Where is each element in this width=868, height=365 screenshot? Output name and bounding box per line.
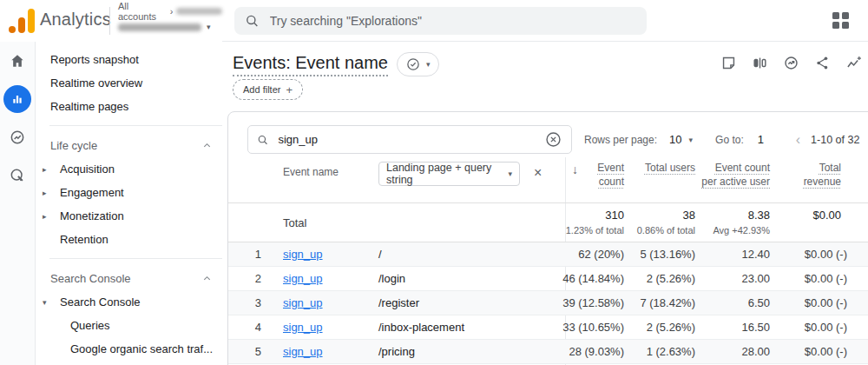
insights-icon[interactable] [783,55,799,71]
trends-explore-icon[interactable] [845,54,863,71]
column-header-event-count-per-active-user[interactable]: Event count per active user [697,161,770,189]
cell-revenue: $0.00 (-) [760,345,847,358]
check-circle-icon [405,56,421,72]
sidebar-item-google-organic-search-traf[interactable]: Google organic search traf... [36,337,222,361]
secondary-dimension-caret-icon: ▾ [508,170,512,178]
all-accounts-label: All accounts [118,1,167,22]
section-label: Search Console [50,272,131,285]
global-search-input[interactable] [268,13,636,29]
report-table-card: Rows per page: 10 ▾ Go to: ‹ 1-10 of 32 … [227,111,868,365]
sidebar-section-life-cycle[interactable]: Life cycle [36,134,222,157]
chevron-right-icon: ▸ [43,189,60,197]
sidebar-item-label: Realtime overview [50,76,142,90]
brand-title: Analytics [40,10,111,30]
table-row: 5sign_up/pricing28 (9.03%)1 (2.63%)28.00… [228,340,868,364]
secondary-dimension-value: Landing page + query string [386,162,508,186]
event-name-link[interactable]: sign_up [283,272,323,285]
event-name-link[interactable]: sign_up [283,345,323,358]
cell-count-per-user: 28.00 [683,345,770,358]
sidebar-item-engagement[interactable]: ▸Engagement [36,181,222,204]
rows-per-page-caret-icon[interactable]: ▾ [689,136,694,144]
rows-per-page-value[interactable]: 10 [669,133,681,146]
chevron-up-icon [202,274,212,283]
sidebar-item-label: Queries [70,319,110,332]
chevron-right-icon: ▸ [43,212,60,221]
sidebar-item-monetization[interactable]: ▸Monetization [36,204,222,228]
cell-total-users: 2 (5.26%) [608,272,695,285]
note-icon[interactable] [720,55,737,71]
sidebar-item-realtime-pages[interactable]: Realtime pages [36,95,222,118]
reports-icon[interactable] [0,80,35,118]
goto-label: Go to: [715,134,744,146]
chevron-right-icon: ▸ [43,165,60,174]
report-status-pill[interactable]: ▾ [397,52,439,76]
landing-page-value: /pricing [378,345,415,358]
explore-icon[interactable] [0,118,35,156]
secondary-dimension-select[interactable]: Landing page + query string ▾ [378,162,520,186]
total-label: Total [283,216,306,229]
column-header-event-count[interactable]: Event count [575,161,624,189]
total-revenue: $0.00 [754,209,841,222]
sidebar-item-label: Acquisition [60,163,115,176]
advertising-icon[interactable] [0,156,35,195]
report-actions [720,54,863,71]
report-header: Events: Event name ▾ Add filter + [222,42,868,111]
row-index: 2 [247,272,261,285]
nav-divider [49,258,222,259]
pill-caret-icon: ▾ [426,61,431,69]
sidebar-item-acquisition[interactable]: ▸Acquisition [36,157,222,181]
analytics-logo-icon [7,5,36,36]
plus-icon: + [286,83,293,96]
home-icon[interactable] [0,42,35,80]
total-users: 38 [608,209,695,222]
row-index: 5 [247,345,261,358]
table-search[interactable] [247,125,572,154]
event-name-link[interactable]: sign_up [283,321,323,334]
property-name-redacted [118,23,201,31]
sidebar-item-label: Reports snapshot [50,53,139,66]
topbar-divider [109,7,110,35]
prev-page-icon[interactable]: ‹ [796,133,800,147]
cell-event-count: 39 (12.58%) [496,296,624,309]
dimension-header[interactable]: Event name [283,166,339,178]
row-index: 1 [247,248,261,261]
top-app-bar: Analytics All accounts › ▾ [0,0,868,42]
global-search[interactable] [234,7,647,35]
table-search-input[interactable] [276,132,536,147]
apps-grid-icon[interactable] [832,12,849,29]
comparison-icon[interactable] [752,55,768,71]
event-name-link[interactable]: sign_up [283,296,323,309]
account-caret-icon: ▾ [207,23,211,31]
share-icon[interactable] [814,55,831,71]
goto-page-input[interactable] [756,132,782,147]
remove-dimension-icon[interactable]: × [534,165,542,181]
sidebar-item-queries[interactable]: Queries [36,314,222,337]
page-title[interactable]: Events: Event name [233,53,388,76]
icon-rail [0,42,36,365]
add-filter-button[interactable]: Add filter + [233,79,303,100]
cell-count-per-user: 6.50 [683,296,770,309]
sidebar-item-retention[interactable]: Retention [36,228,222,251]
sidebar-section-search-console[interactable]: Search Console [36,267,222,290]
cell-total-users: 7 (18.42%) [608,296,695,309]
sidebar-item-label: Retention [60,233,108,246]
cell-event-count: 46 (14.84%) [496,272,624,285]
landing-page-value: /inbox-placement [378,321,464,334]
event-name-link[interactable]: sign_up [283,248,323,261]
table-row: 2sign_up/login46 (14.84%)2 (5.26%)23.00$… [228,267,868,291]
sidebar-item-label: Search Console [60,295,141,309]
column-header-total-users[interactable]: Total users [643,161,695,175]
sidebar-item-search-console[interactable]: ▾Search Console [36,290,222,314]
column-header-total-revenue[interactable]: Total revenue [780,161,841,189]
landing-page-value: /register [378,296,419,309]
sidebar-item-realtime-overview[interactable]: Realtime overview [36,71,222,95]
table-header-row: Event name Landing page + query string ▾… [228,157,868,203]
chevron-down-icon: ▾ [43,298,60,307]
breadcrumb-chevron-icon: › [170,6,174,17]
clear-search-icon[interactable] [544,130,562,149]
ga-analytics-screen: Analytics All accounts › ▾ [0,0,868,365]
cell-revenue: $0.00 (-) [760,296,847,309]
account-switcher[interactable]: All accounts › ▾ [118,5,222,36]
sidebar-item-reports-snapshot[interactable]: Reports snapshot [36,48,222,71]
sidebar-item-label: Realtime pages [50,100,128,113]
